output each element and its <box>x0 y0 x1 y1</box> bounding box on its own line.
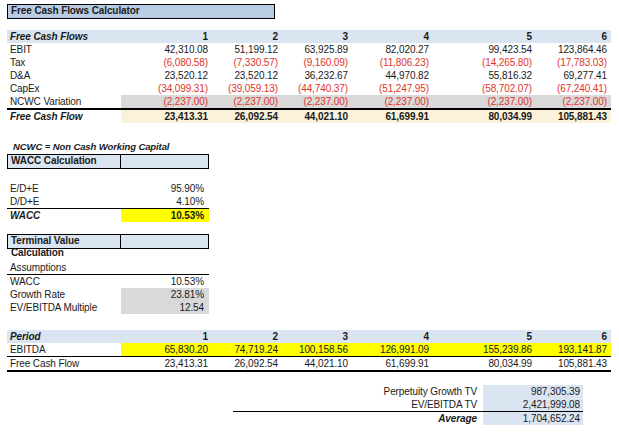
cell[interactable]: 26,092.54 <box>212 110 282 123</box>
cell[interactable]: 51,199.12 <box>212 43 282 56</box>
cell[interactable]: 26,092.54 <box>212 357 282 370</box>
cell[interactable]: 2,421,999.08 <box>483 398 583 411</box>
cell[interactable]: (58,702.07) <box>433 82 536 95</box>
wacc-result-cell[interactable]: 10.53% <box>121 209 209 222</box>
row-label[interactable]: Average <box>233 412 483 425</box>
cell[interactable]: (51,247.95) <box>352 82 433 95</box>
cell[interactable]: 123,864.46 <box>536 43 611 56</box>
empty-cell[interactable] <box>121 155 208 168</box>
period-header[interactable]: 2 <box>212 330 282 343</box>
period-header[interactable]: 4 <box>352 330 433 343</box>
sheet-title[interactable]: Free Cash Flows Calculator <box>7 4 275 19</box>
period-header[interactable]: 5 <box>433 30 536 43</box>
row-label[interactable]: EBIT <box>7 43 121 56</box>
table-row-dde: D/D+E 4.10% <box>7 195 209 209</box>
fcf-table-title[interactable]: Free Cash Flows <box>7 30 121 43</box>
cell[interactable]: 69,277.41 <box>536 69 611 82</box>
row-label[interactable]: Free Cash Flow <box>7 110 121 123</box>
period-header[interactable]: 6 <box>536 30 611 43</box>
ncwc-note: NCWC = Non Cash Working Capital <box>13 141 169 152</box>
cell[interactable]: 4.10% <box>121 195 209 208</box>
cell[interactable]: 63,925.89 <box>282 43 352 56</box>
empty-cell[interactable] <box>121 261 209 274</box>
period-header[interactable]: 3 <box>282 330 352 343</box>
cell[interactable]: 23,413.31 <box>121 110 212 123</box>
cell[interactable]: (2,237.00) <box>212 95 282 108</box>
cell[interactable]: (2,237.00) <box>536 95 611 108</box>
cell[interactable]: (7,330.57) <box>212 56 282 69</box>
cell[interactable]: 99,423.54 <box>433 43 536 56</box>
cell[interactable]: 61,699.91 <box>352 357 433 370</box>
row-label[interactable]: WACC <box>7 209 121 222</box>
cell[interactable]: 23,520.12 <box>121 69 212 82</box>
period-header[interactable]: 5 <box>433 330 536 343</box>
cell[interactable]: 80,034.99 <box>433 357 536 370</box>
cell[interactable]: 95.90% <box>121 182 209 195</box>
cell[interactable]: (2,237.00) <box>352 95 433 108</box>
wacc-section-title[interactable]: WACC Calculation <box>8 155 121 168</box>
cell[interactable]: 12.54 <box>121 301 209 314</box>
assumptions-label[interactable]: Assumptions <box>7 261 121 274</box>
cell[interactable]: 105,881.43 <box>536 110 611 123</box>
cell[interactable]: 155,239.86 <box>433 343 536 356</box>
cell[interactable]: 23,413.31 <box>121 357 212 370</box>
row-label[interactable]: EV/EBITDA Multiple <box>7 301 121 314</box>
cell[interactable]: 126,991.09 <box>352 343 433 356</box>
cell[interactable]: 23,520.12 <box>212 69 282 82</box>
summary-row-perpetuity-growth-tv: Perpetuity Growth TV 987,305.39 <box>233 385 583 398</box>
period-header[interactable]: 6 <box>536 330 611 343</box>
period-header[interactable]: 2 <box>212 30 282 43</box>
cell[interactable]: 100,158.56 <box>282 343 352 356</box>
row-label[interactable]: E/D+E <box>7 182 121 195</box>
cell[interactable]: 44,021.10 <box>282 357 352 370</box>
tv-section-title[interactable]: Terminal Value Calculation <box>8 235 121 248</box>
row-label[interactable]: Growth Rate <box>7 288 121 301</box>
row-label[interactable]: CapEx <box>7 82 121 95</box>
row-label[interactable]: D&A <box>7 69 121 82</box>
row-label[interactable]: NCWC Variation <box>7 95 121 108</box>
cell[interactable]: 44,970.82 <box>352 69 433 82</box>
cell[interactable]: (2,237.00) <box>121 95 212 108</box>
cell[interactable]: (9,160.09) <box>282 56 352 69</box>
cell[interactable]: 193,141.87 <box>536 343 611 356</box>
row-label[interactable]: Tax <box>7 56 121 69</box>
cell[interactable]: 105,881.43 <box>536 357 611 370</box>
row-label[interactable]: EV/EBITDA TV <box>233 398 483 411</box>
cell[interactable]: (17,783.03) <box>536 56 611 69</box>
cell[interactable]: 61,699.91 <box>352 110 433 123</box>
cell[interactable]: 44,021.10 <box>282 110 352 123</box>
cell[interactable]: 80,034.99 <box>433 110 536 123</box>
period-header[interactable]: 3 <box>282 30 352 43</box>
cell[interactable]: 55,816.32 <box>433 69 536 82</box>
cell[interactable]: (2,237.00) <box>282 95 352 108</box>
cell[interactable]: 74,719.24 <box>212 343 282 356</box>
row-label[interactable]: D/D+E <box>7 195 121 208</box>
period-table-title[interactable]: Period <box>7 330 121 343</box>
period-header[interactable]: 1 <box>121 330 212 343</box>
row-label[interactable]: Perpetuity Growth TV <box>233 385 483 398</box>
cell[interactable]: (34,099.31) <box>121 82 212 95</box>
cell[interactable]: (14,265.80) <box>433 56 536 69</box>
cell[interactable]: 65,830.20 <box>121 343 212 356</box>
wacc-table: E/D+E 95.90% D/D+E 4.10% WACC 10.53% <box>7 182 209 222</box>
row-label[interactable]: WACC <box>7 275 121 288</box>
cell[interactable]: (67,240.41) <box>536 82 611 95</box>
row-label[interactable]: Free Cash Flow <box>7 357 121 370</box>
cell[interactable]: 987,305.39 <box>483 385 583 398</box>
cell[interactable]: 1,704,652.24 <box>483 412 583 425</box>
cell[interactable]: 82,020.27 <box>352 43 433 56</box>
cell[interactable]: (39,059.13) <box>212 82 282 95</box>
row-label[interactable]: EBITDA <box>7 343 121 356</box>
empty-cell[interactable] <box>121 235 208 248</box>
cell[interactable]: (11,806.23) <box>352 56 433 69</box>
period-header[interactable]: 1 <box>121 30 212 43</box>
cell[interactable]: 23.81% <box>121 288 209 301</box>
cell[interactable]: 42,310.08 <box>121 43 212 56</box>
cell[interactable]: 36,232.67 <box>282 69 352 82</box>
period-header[interactable]: 4 <box>352 30 433 43</box>
table-row-ncwc: NCWC Variation (2,237.00) (2,237.00) (2,… <box>7 95 611 108</box>
cell[interactable]: 10.53% <box>121 275 209 288</box>
cell[interactable]: (6,080.58) <box>121 56 212 69</box>
cell[interactable]: (44,740.37) <box>282 82 352 95</box>
cell[interactable]: (2,237.00) <box>433 95 536 108</box>
